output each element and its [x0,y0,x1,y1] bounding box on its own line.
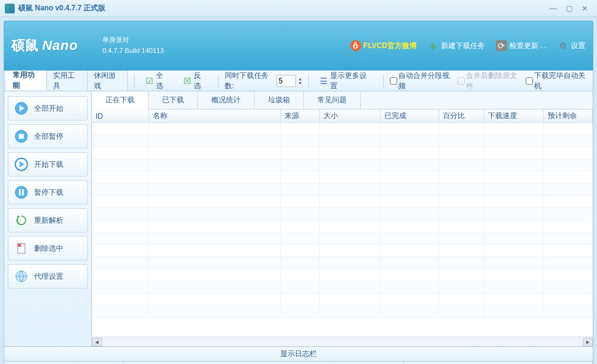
minimize-button[interactable]: — [546,3,560,14]
sidebar-item-delete[interactable]: 删除选中 [8,236,88,261]
select-all-label: 全选 [156,71,170,91]
invert-select-icon: ☒ [182,76,191,86]
shutdown-checkbox[interactable]: 下载完毕自动关机 [526,71,590,91]
download-grid: ID名称来源大小已完成百分比下载速度预计剩余 [92,110,593,337]
table-row [92,293,593,306]
delete-icon [15,242,28,255]
settings-button[interactable]: ⚙ 设置 [557,40,585,51]
toolbar-tabs: 常用功能 实用工具 休闲游戏 [7,71,128,91]
table-row [92,184,593,196]
more-settings-label: 显示更多设置 [330,71,372,91]
table-row [92,135,593,147]
grid-header: ID名称来源大小已完成百分比下载速度预计剩余 [92,110,593,123]
invert-select-button[interactable]: ☒ 反选 [178,69,211,93]
download-tab-3[interactable]: 垃圾箱 [255,91,304,109]
download-tabs: 正在下载已下载概况统计垃圾箱常见问题 [92,91,593,110]
download-tab-2[interactable]: 概况统计 [198,91,255,109]
update-icon: ⟳ [496,40,507,51]
spinner-icon[interactable]: ▲▼ [298,77,302,85]
window-title: 硕鼠 Nano v0.4.7.7 正式版 [18,3,545,13]
delete-after-merge-input [457,77,465,85]
table-row [92,123,593,135]
plus-icon: ＋ [428,40,439,51]
sidebar-item-stop-all[interactable]: 全部暂停 [8,124,88,149]
weibo-label: FLVCD官方微博 [364,41,417,51]
table-row [92,172,593,184]
weibo-icon: ô [350,40,361,51]
shutdown-input[interactable] [526,77,533,85]
table-row [92,147,593,159]
grid-column-header[interactable]: 下载速度 [484,110,544,122]
grid-column-header[interactable]: 百分比 [439,110,484,122]
play-all-icon [15,102,28,115]
scroll-left-icon[interactable]: ◄ [92,338,102,346]
download-tab-4[interactable]: 常见问题 [304,91,361,109]
tab-common[interactable]: 常用功能 [7,71,47,91]
sidebar-item-proxy[interactable]: 代理设置 [8,264,88,289]
auto-merge-checkbox[interactable]: 自动合并分段视频 [390,71,454,91]
concurrent-input[interactable] [277,75,296,87]
log-toggle-label: 显示日志栏 [280,349,317,359]
close-button[interactable]: ✕ [578,3,592,14]
delete-after-merge-checkbox: 合并后删除原文件 [457,71,522,91]
logo-cn: 硕鼠 [12,38,38,53]
maximize-button[interactable]: ▢ [562,3,576,14]
scroll-right-icon[interactable]: ► [583,338,593,346]
grid-column-header[interactable]: 来源 [281,110,320,122]
horizontal-scrollbar[interactable]: ◄ ► [92,337,593,346]
grid-column-header[interactable]: 名称 [149,110,281,122]
app-icon [5,4,15,13]
sidebar-item-label: 全部暂停 [34,131,63,142]
pause-icon [15,186,28,199]
play-icon [15,158,28,171]
grid-column-header[interactable]: 已完成 [381,110,439,122]
sidebar-item-play-all[interactable]: 全部开始 [8,96,88,121]
footer-statusbar [4,362,593,364]
sidebar-item-pause[interactable]: 暂停下载 [8,180,88,205]
svg-rect-6 [22,189,24,195]
stop-all-icon [15,130,28,143]
grid-column-header[interactable]: 大小 [320,110,381,122]
table-row [92,257,593,269]
select-all-icon: ☑ [145,76,154,86]
grid-column-header[interactable]: ID [92,110,149,122]
tab-games[interactable]: 休闲游戏 [88,71,128,91]
titlebar: 硕鼠 Nano v0.4.7.7 正式版 — ▢ ✕ [0,0,597,17]
select-all-button[interactable]: ☑ 全选 [141,69,174,93]
banner-build: 0.4.7.7 Build 140113 [102,46,164,57]
grid-column-header[interactable]: 预计剩余 [544,110,593,122]
tab-tools[interactable]: 实用工具 [47,71,87,91]
table-row [92,159,593,172]
table-row [92,196,593,208]
sidebar-item-play[interactable]: 开始下载 [8,152,88,177]
refresh-icon [15,214,28,227]
auto-merge-input[interactable] [390,77,397,85]
new-task-label: 新建下载任务 [441,41,485,51]
download-tab-1[interactable]: 已下载 [149,91,198,109]
log-toggle-bar[interactable]: 显示日志栏 [4,347,593,362]
new-task-button[interactable]: ＋ 新建下载任务 [428,40,485,51]
svg-rect-5 [19,189,21,195]
table-row [92,245,593,257]
table-row [92,281,593,293]
check-update-label: 检查更新 . . [509,41,546,51]
table-row [92,220,593,233]
table-row [92,269,593,281]
check-update-button[interactable]: ⟳ 检查更新 . . [496,40,546,51]
settings-list-icon: ☰ [319,76,328,86]
gear-icon: ⚙ [557,40,568,51]
sidebar-item-refresh[interactable]: 重新解析 [8,208,88,233]
app-logo: 硕鼠 Nano [12,37,78,55]
more-settings-button[interactable]: ☰ 显示更多设置 [315,69,377,93]
sidebar-item-label: 删除选中 [34,243,63,254]
banner-tagline: 单身派对 [102,35,164,46]
svg-point-4 [15,186,27,198]
toolbar: 常用功能 实用工具 休闲游戏 ☑ 全选 ☒ 反选 同时下载任务数: ▲▼ ☰ 显… [4,71,593,91]
sidebar-item-label: 重新解析 [34,215,63,226]
download-tab-0[interactable]: 正在下载 [92,91,149,110]
sidebar-item-label: 暂停下载 [34,187,63,198]
weibo-link[interactable]: ô FLVCD官方微博 [350,40,417,51]
banner: 硕鼠 Nano 单身派对 0.4.7.7 Build 140113 ô FLVC… [4,21,593,71]
invert-select-label: 反选 [194,71,208,91]
sidebar-item-label: 开始下载 [34,159,63,170]
